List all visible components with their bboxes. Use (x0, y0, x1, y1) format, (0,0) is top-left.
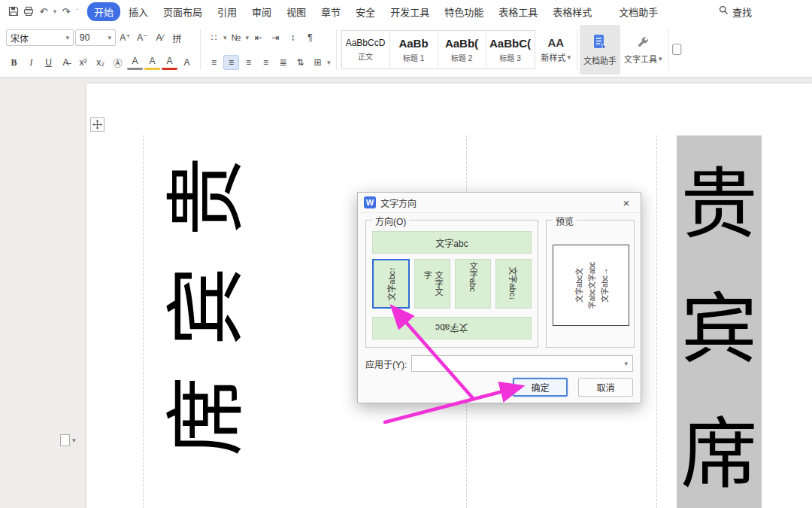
direction-group: 方向(O) 文字abc 文字abc↑ 文字文字 文字abc 文字abc↓ (365, 220, 538, 348)
style-heading-1[interactable]: AaBb 标题 1 (390, 30, 438, 69)
ribbon-separator (668, 29, 669, 70)
font-name-value: 宋体 (11, 32, 29, 44)
table-move-handle[interactable] (90, 117, 105, 132)
page-icon (60, 434, 70, 446)
preview-box: 文字abc文 字abc文字abc 文字abc→ (553, 245, 629, 326)
option-vertical-rotate-right[interactable]: 文字abc↓ (495, 259, 532, 309)
undo-caret-icon[interactable]: ▾ (51, 3, 59, 20)
enclose-character-button[interactable]: A (179, 55, 195, 70)
tab-home[interactable]: 开始 (87, 2, 120, 21)
vertical-options-row: 文字abc↑ 文字文字 文字abc 文字abc↓ (372, 259, 532, 309)
option-vertical-upright[interactable]: 文字文字 (414, 259, 450, 309)
tab-section[interactable]: 章节 (314, 2, 347, 21)
font-group: 宋体 ▾ 90 ▾ A⁺ A⁻ A∕ 拼 B I U A̶ x² x₂ Ⓐ (3, 25, 198, 75)
cropped-ribbon-button[interactable] (671, 25, 683, 75)
caret-down-icon[interactable]: ▾ (246, 34, 250, 41)
tab-references[interactable]: 引用 (211, 2, 244, 21)
option-rotate-180[interactable]: 文字abc (372, 317, 532, 339)
page-options-button[interactable]: ▾ (60, 434, 76, 446)
redo-icon[interactable]: ↷ (59, 3, 74, 20)
option-vertical-mixed[interactable]: 文字abc (455, 259, 491, 309)
dialog-title: 文字方向 (380, 196, 417, 209)
numbering-button[interactable]: № (229, 30, 244, 45)
text-direction-dialog: W 文字方向 × 方向(O) 文字abc 文字abc↑ 文字文字 文字abc (357, 192, 641, 403)
ribbon-separator (200, 29, 201, 70)
cancel-button[interactable]: 取消 (578, 378, 633, 397)
save-icon[interactable] (6, 3, 21, 20)
text-tool-button[interactable]: 文字工具 ▾ (620, 25, 666, 75)
more-chevron-icon[interactable]: ˇ (74, 3, 81, 20)
superscript-button[interactable]: x² (75, 55, 91, 70)
doc-assistant-label: 文档助手 (583, 54, 617, 66)
tab-view[interactable]: 视图 (280, 2, 313, 21)
option-label: 文字abc (435, 236, 468, 249)
selected-character: 席 (677, 385, 762, 508)
decrease-indent-button[interactable]: ⇤ (250, 30, 266, 45)
tab-features[interactable]: 特色功能 (438, 2, 490, 21)
tab-developer[interactable]: 开发工具 (383, 2, 436, 21)
menu-bar: ↶ ▾ ↷ ˇ 开始 插入 页面布局 引用 审阅 视图 章节 安全 开发工具 特… (0, 0, 812, 23)
underline-button[interactable]: U (41, 55, 56, 70)
caret-down-icon[interactable]: ▾ (327, 59, 331, 66)
clear-format-button[interactable]: A∕ (152, 30, 168, 45)
tab-table-tools[interactable]: 表格工具 (492, 2, 544, 21)
font-size-combo[interactable]: 90 ▾ (75, 29, 116, 46)
dialog-titlebar[interactable]: W 文字方向 × (358, 193, 641, 213)
tab-insert[interactable]: 插入 (122, 2, 155, 21)
print-icon[interactable] (21, 3, 36, 20)
font-color-button[interactable]: A (162, 55, 177, 70)
style-heading-3[interactable]: AaBbC( 标题 3 (486, 30, 535, 69)
font-name-combo[interactable]: 宋体 ▾ (6, 29, 74, 46)
apply-to-dropdown[interactable]: ▾ (411, 355, 633, 372)
style-sample: AaBbCcD (346, 38, 386, 48)
ok-button[interactable]: 确定 (513, 378, 568, 397)
align-right-button[interactable]: ≡ (241, 55, 256, 70)
preview-group-label: 预览 (553, 214, 577, 227)
preview-line: 字abc文字abc (586, 262, 597, 309)
character-border-button[interactable]: Ⓐ (110, 55, 126, 70)
borders-button[interactable]: ⊞ (310, 55, 326, 70)
option-label: 文字abc↓ (508, 266, 520, 300)
style-heading-2[interactable]: AaBb( 标题 2 (438, 30, 486, 69)
tab-security[interactable]: 安全 (349, 2, 382, 21)
caret-down-icon: ▾ (72, 437, 76, 444)
align-center-button[interactable]: ≡ (223, 55, 239, 70)
paragraph-group: ∷ ▾ № ▾ ⇤ ⇥ ↕ ¶ ≡ ≡ ≡ ≡ ≣ ⇅ ⊞ ▾ (203, 25, 334, 75)
caret-down-icon[interactable]: ▾ (223, 34, 227, 41)
phonetic-guide-button[interactable]: 拼 (169, 30, 185, 45)
sort-button[interactable]: ↕ (285, 30, 301, 45)
font-size-value: 90 (80, 32, 89, 43)
subscript-button[interactable]: x₂ (92, 55, 108, 70)
tab-doc-assistant[interactable]: 文档助手 (612, 2, 665, 21)
tab-page-layout[interactable]: 页面布局 (156, 2, 209, 21)
decrease-font-button[interactable]: A⁻ (135, 30, 150, 45)
italic-button[interactable]: I (23, 55, 39, 70)
apply-to-row: 应用于(Y): ▾ (365, 355, 633, 372)
tab-review[interactable]: 审阅 (245, 2, 278, 21)
character-shading-button[interactable]: A (127, 55, 143, 70)
close-icon[interactable]: × (618, 196, 635, 209)
bold-button[interactable]: B (6, 55, 22, 70)
option-vertical-rotate-left[interactable]: 文字abc↑ (372, 259, 410, 309)
line-spacing-button[interactable]: ⇅ (292, 55, 308, 70)
justify-button[interactable]: ≡ (258, 55, 274, 70)
increase-indent-button[interactable]: ⇥ (268, 30, 283, 45)
increase-font-button[interactable]: A⁺ (117, 30, 133, 45)
preview-line: 文字abc文 (573, 268, 584, 303)
bullets-button[interactable]: ∷ (206, 30, 222, 45)
doc-assistant-button[interactable]: 文档助手 (580, 25, 620, 75)
strikethrough-button[interactable]: A̶ (58, 55, 74, 70)
tab-table-style[interactable]: 表格样式 (546, 2, 598, 21)
style-name: 正文 (358, 50, 373, 62)
undo-icon[interactable]: ↶ (36, 3, 51, 20)
find-label: 查找 (732, 5, 752, 19)
highlight-color-button[interactable]: A (144, 55, 160, 70)
option-horizontal[interactable]: 文字abc (372, 231, 532, 254)
style-normal[interactable]: AaBbCcD 正文 (342, 30, 390, 69)
style-name: 标题 1 (403, 52, 424, 63)
new-style-button[interactable]: AA 新样式 ▾ (538, 25, 575, 75)
distribute-button[interactable]: ≣ (275, 55, 291, 70)
find-button[interactable]: 查找 (719, 5, 752, 19)
align-left-button[interactable]: ≡ (206, 55, 222, 70)
show-paragraph-marks-button[interactable]: ¶ (302, 30, 318, 45)
